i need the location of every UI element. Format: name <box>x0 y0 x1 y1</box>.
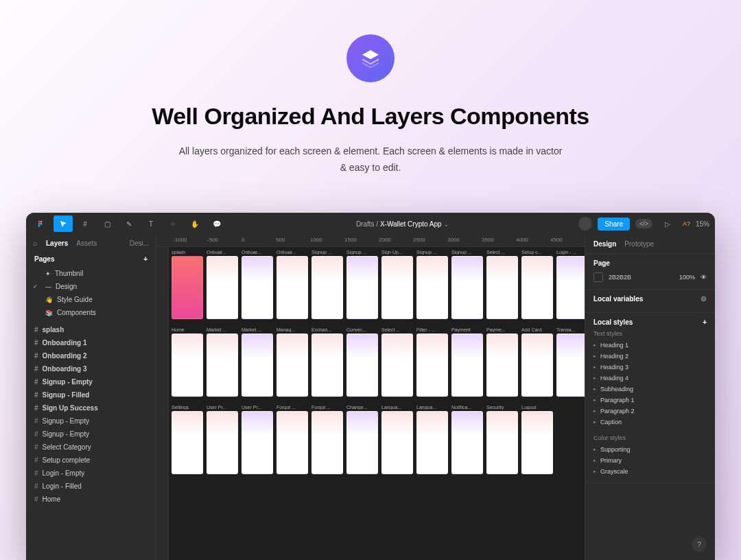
frame[interactable]: Market ... <box>242 327 273 397</box>
frame[interactable]: Onboar... <box>242 250 273 319</box>
left-panel: ⌕ Layers Assets Desi... Pages + ✦Thumbni… <box>26 235 156 560</box>
frame[interactable]: Manag... <box>277 327 308 397</box>
text-style-item[interactable]: Paragraph 2 <box>593 406 707 417</box>
frame[interactable]: Signup ... <box>346 250 378 319</box>
frame[interactable]: Add Card <box>521 327 553 397</box>
shape-tool[interactable]: ▢ <box>97 215 117 232</box>
dev-mode-toggle[interactable]: </> <box>635 219 652 229</box>
text-style-item[interactable]: Caption <box>593 417 707 428</box>
frame[interactable]: Settings <box>172 405 203 474</box>
layer-item[interactable]: #Select Category <box>26 441 156 454</box>
page-item[interactable]: ✦Thumbnil <box>26 267 156 280</box>
layer-item[interactable]: #Signup - Empty <box>26 375 156 388</box>
frame[interactable]: User Pr... <box>242 405 273 474</box>
frame[interactable]: Logout <box>521 405 553 474</box>
text-style-item[interactable]: Heading 3 <box>593 362 707 373</box>
frame[interactable]: Select ... <box>486 250 518 319</box>
layer-item[interactable]: #Onboarding 2 <box>26 349 156 362</box>
frame[interactable]: Signup ... <box>311 250 343 319</box>
layer-item[interactable]: #Onboarding 3 <box>26 362 156 375</box>
layer-item[interactable]: #Signup - Filled <box>26 388 156 401</box>
frame[interactable]: Home <box>172 327 203 397</box>
pen-tool[interactable]: ✎ <box>119 215 139 232</box>
breadcrumb[interactable]: Drafts / X-Wallet Crypto App ⌄ <box>226 220 578 228</box>
visibility-icon[interactable]: 👁 <box>701 274 707 281</box>
tab-prototype[interactable]: Prototype <box>624 240 654 248</box>
resource-tool[interactable]: ⁘ <box>163 215 183 232</box>
page-opacity[interactable]: 100% <box>679 274 695 281</box>
layer-item[interactable]: #Signup - Empty <box>26 415 156 428</box>
tab-design[interactable]: Design <box>593 240 616 248</box>
frame[interactable]: Filter - ... <box>416 327 448 397</box>
text-tool[interactable]: T <box>141 215 161 232</box>
layer-item[interactable]: #Login - Filled <box>26 480 156 493</box>
frame[interactable]: Langua... <box>416 405 448 474</box>
frame[interactable]: Payment <box>451 327 483 397</box>
local-styles-header: Local styles <box>593 318 633 326</box>
layer-item[interactable]: #Login - Empty <box>26 467 156 480</box>
layer-item[interactable]: #Setup complete <box>26 454 156 467</box>
page-dropdown[interactable]: Desi... <box>130 240 149 247</box>
layer-item[interactable]: #Sign Up Success <box>26 401 156 415</box>
text-style-item[interactable]: Subheading <box>593 384 707 395</box>
help-button[interactable]: ? <box>692 537 707 552</box>
frame[interactable]: Change... <box>346 405 378 474</box>
page-item[interactable]: —Design <box>26 280 156 293</box>
frame[interactable]: Security <box>486 405 518 474</box>
layer-item[interactable]: #splash <box>26 323 156 336</box>
frame-tool[interactable]: # <box>75 215 95 232</box>
frame[interactable]: Onboar... <box>207 250 238 319</box>
frame[interactable]: Langua... <box>381 405 413 474</box>
avatar[interactable] <box>578 217 592 231</box>
frame[interactable]: Signup ... <box>416 250 448 319</box>
text-style-item[interactable]: Paragraph 1 <box>593 395 707 406</box>
frame[interactable]: Select ... <box>381 327 413 397</box>
add-page-button[interactable]: + <box>143 255 148 263</box>
layer-item[interactable]: #Home <box>26 493 156 506</box>
present-button[interactable]: ▷ <box>658 215 677 232</box>
page-color-swatch[interactable] <box>593 272 603 282</box>
layer-item[interactable]: #Onboarding 1 <box>26 336 156 349</box>
ruler-horizontal: -1000-5000500100015002000250030003500400… <box>156 235 585 247</box>
comment-tool[interactable]: 💬 <box>207 215 226 232</box>
text-styles-header: Text styles <box>593 330 707 337</box>
frame[interactable]: Market ... <box>207 327 238 397</box>
layer-item[interactable]: #Signup - Empty <box>26 428 156 441</box>
tab-layers[interactable]: Layers <box>46 240 68 247</box>
page-item[interactable]: 📚Components <box>26 306 156 319</box>
share-button[interactable]: Share <box>598 218 630 231</box>
frame[interactable]: Transa... <box>556 327 585 397</box>
frame[interactable]: Setup c... <box>521 250 553 319</box>
frame[interactable]: Sign Up... <box>381 250 413 319</box>
variables-settings-icon[interactable]: ⚙ <box>701 295 707 303</box>
search-icon[interactable]: ⌕ <box>33 239 38 247</box>
frame[interactable]: Login - ... <box>556 250 585 319</box>
frame[interactable]: Onboar... <box>277 250 308 319</box>
frame[interactable]: Payme... <box>486 327 518 397</box>
color-style-item[interactable]: Supporting <box>593 444 707 455</box>
add-style-button[interactable]: + <box>703 318 707 326</box>
frame[interactable]: Signup ... <box>451 250 483 319</box>
frame[interactable]: User Pr... <box>207 405 238 474</box>
color-style-item[interactable]: Primary <box>593 455 707 466</box>
tab-assets[interactable]: Assets <box>76 240 97 247</box>
hand-tool[interactable]: ✋ <box>185 215 204 232</box>
frame[interactable]: Forgot ... <box>311 405 343 474</box>
zoom-level[interactable]: 15% <box>696 220 709 228</box>
canvas[interactable]: -1000-5000500100015002000250030003500400… <box>156 235 585 560</box>
page-color-value[interactable]: 2B2B2B <box>609 274 631 281</box>
pages-header: Pages <box>34 255 54 263</box>
frame[interactable]: Forgot ... <box>277 405 308 474</box>
text-style-item[interactable]: Heading 4 <box>593 373 707 384</box>
figma-menu-icon[interactable] <box>32 215 51 232</box>
page-item[interactable]: 👋Style Guide <box>26 293 156 306</box>
frame[interactable]: splash <box>172 250 203 319</box>
move-tool[interactable] <box>54 215 73 232</box>
frame[interactable]: Exchan... <box>311 327 343 397</box>
frame[interactable]: Conver... <box>346 327 378 397</box>
frame[interactable]: Notifica... <box>451 405 483 474</box>
text-style-item[interactable]: Heading 1 <box>593 340 707 351</box>
svg-point-0 <box>38 221 40 223</box>
text-style-item[interactable]: Heading 2 <box>593 351 707 362</box>
color-style-item[interactable]: Grayscale <box>593 466 707 477</box>
